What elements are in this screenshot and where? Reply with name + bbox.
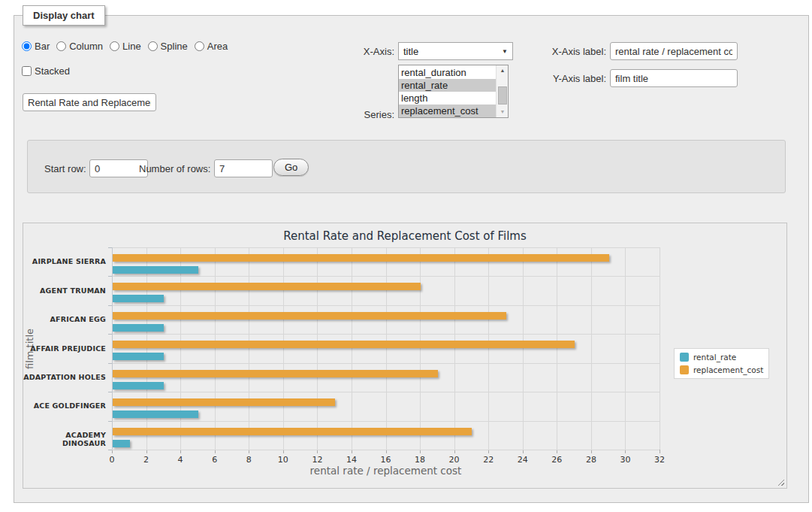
y-axis-label-label: Y-Axis label:	[503, 73, 606, 84]
bar-replacement-cost[interactable]	[113, 341, 575, 348]
gridline	[180, 247, 181, 450]
x-tick-label: 26	[545, 455, 568, 465]
chart-type-radio-spline[interactable]	[148, 41, 158, 51]
y-category-label: AGENT TRUMAN	[23, 286, 106, 295]
chart-legend: rental_ratereplacement_cost	[674, 348, 769, 379]
gridline	[112, 247, 660, 248]
y-axis-tick	[108, 450, 112, 450]
number-of-rows-label: Number of rows:	[139, 163, 210, 174]
chart-type-option-label: Spline	[161, 41, 188, 52]
bar-replacement-cost[interactable]	[113, 370, 438, 377]
x-tick-label: 32	[648, 455, 671, 465]
gridline	[386, 247, 387, 450]
series-listbox[interactable]: rental_durationrental_ratelengthreplacem…	[398, 65, 509, 118]
chart-type-radio-bar[interactable]	[22, 41, 32, 51]
x-tick-label: 8	[237, 455, 260, 465]
chart-type-radio-area[interactable]	[195, 41, 204, 51]
bar-replacement-cost[interactable]	[113, 283, 421, 290]
y-category-label: ADAPTATION HOLES	[23, 373, 106, 381]
bar-replacement-cost[interactable]	[113, 254, 609, 262]
chart-type-option-spline[interactable]: Spline	[148, 41, 188, 52]
y-axis-line	[112, 247, 113, 450]
x-tick-label: 30	[614, 455, 636, 465]
x-axis-select-value: title	[403, 46, 418, 57]
x-tick-label: 6	[204, 455, 226, 465]
legend-swatch-icon	[680, 353, 689, 362]
bar-rental-rate[interactable]	[113, 411, 198, 418]
series-options: rental_durationrental_ratelengthreplacem…	[399, 66, 496, 117]
stacked-checkbox[interactable]	[22, 66, 32, 76]
gridline	[454, 247, 455, 450]
y-category-label: ACE GOLDFINGER	[23, 401, 106, 410]
scroll-down-icon[interactable]: ▼	[497, 107, 509, 117]
x-tick-label: 20	[443, 455, 466, 465]
gridline	[112, 363, 660, 364]
bar-rental-rate[interactable]	[113, 295, 164, 302]
bar-rental-rate[interactable]	[113, 353, 164, 360]
chart-x-axis-title: rental rate / replacement cost	[112, 465, 660, 477]
x-axis-label-label: X-Axis label:	[503, 46, 606, 57]
chart-type-radio-line[interactable]	[110, 41, 119, 51]
gridline	[112, 421, 660, 422]
x-tick-label: 28	[580, 455, 602, 465]
gridline	[215, 247, 216, 450]
x-tick-label: 2	[135, 455, 158, 465]
y-category-label: AIRPLANE SIERRA	[23, 257, 106, 265]
gridline	[523, 247, 524, 450]
legend-item-replacement-cost[interactable]: replacement_cost	[680, 365, 763, 374]
go-button[interactable]: Go	[273, 159, 309, 176]
series-option-replacement-cost[interactable]: replacement_cost	[399, 105, 496, 117]
bar-rental-rate[interactable]	[113, 382, 164, 389]
series-option-rental-duration[interactable]: rental_duration	[399, 66, 496, 79]
legend-label: rental_rate	[693, 353, 736, 362]
chart-type-option-line[interactable]: Line	[110, 41, 141, 52]
row-range-panel: Start row: Number of rows: Go	[27, 140, 786, 193]
series-option-rental-rate[interactable]: rental_rate	[399, 79, 496, 92]
x-axis-select[interactable]: title ▼	[398, 42, 513, 60]
x-axis-select-label: X-Axis:	[300, 46, 394, 57]
gridline	[283, 247, 284, 450]
bar-replacement-cost[interactable]	[113, 312, 506, 320]
chart-type-option-label: Bar	[35, 41, 50, 52]
series-list-label: Series:	[300, 109, 394, 120]
stacked-label: Stacked	[35, 65, 70, 77]
scrollbar-thumb[interactable]	[498, 86, 507, 105]
number-of-rows-input[interactable]	[214, 159, 273, 177]
y-axis-label-input[interactable]	[610, 69, 738, 87]
gridline	[625, 247, 626, 450]
panel-legend: Display chart	[23, 5, 105, 26]
x-axis-label-input[interactable]	[610, 42, 738, 60]
legend-label: replacement_cost	[693, 365, 763, 374]
x-tick-label: 18	[409, 455, 431, 465]
y-category-label: AFFAIR PREJUDICE	[23, 344, 106, 353]
chart-title-input[interactable]	[23, 93, 156, 111]
gridline	[488, 247, 489, 450]
chart-type-option-area[interactable]: Area	[195, 41, 228, 52]
bar-rental-rate[interactable]	[113, 324, 164, 332]
x-axis-tick	[660, 450, 660, 453]
resize-grip-icon[interactable]	[776, 477, 784, 486]
chart-title: Rental Rate and Replacement Cost of Film…	[23, 229, 786, 243]
bar-replacement-cost[interactable]	[113, 398, 335, 406]
chart-type-radio-column[interactable]	[56, 41, 66, 51]
chart-type-option-label: Line	[122, 41, 141, 52]
gridline	[660, 247, 660, 450]
chart-type-radios: BarColumnLineSplineArea	[22, 41, 228, 52]
bar-replacement-cost[interactable]	[113, 428, 472, 435]
legend-item-rental-rate[interactable]: rental_rate	[680, 353, 763, 362]
bar-rental-rate[interactable]	[113, 266, 198, 274]
gridline	[352, 247, 352, 450]
chart-type-option-column[interactable]: Column	[56, 41, 103, 52]
chart-container: Rental Rate and Replacement Cost of Film…	[23, 223, 787, 489]
gridline	[591, 247, 592, 450]
chart-type-option-label: Area	[207, 41, 228, 52]
y-category-label: ACADEMY DINOSAUR	[23, 431, 106, 447]
gridline	[112, 392, 660, 392]
x-tick-label: 0	[101, 455, 123, 465]
gridline	[112, 305, 660, 306]
chart-type-option-bar[interactable]: Bar	[22, 41, 50, 52]
y-category-label: AFRICAN EGG	[23, 315, 106, 323]
stacked-option[interactable]: Stacked	[22, 65, 70, 77]
series-option-length[interactable]: length	[399, 92, 496, 105]
bar-rental-rate[interactable]	[113, 440, 130, 447]
